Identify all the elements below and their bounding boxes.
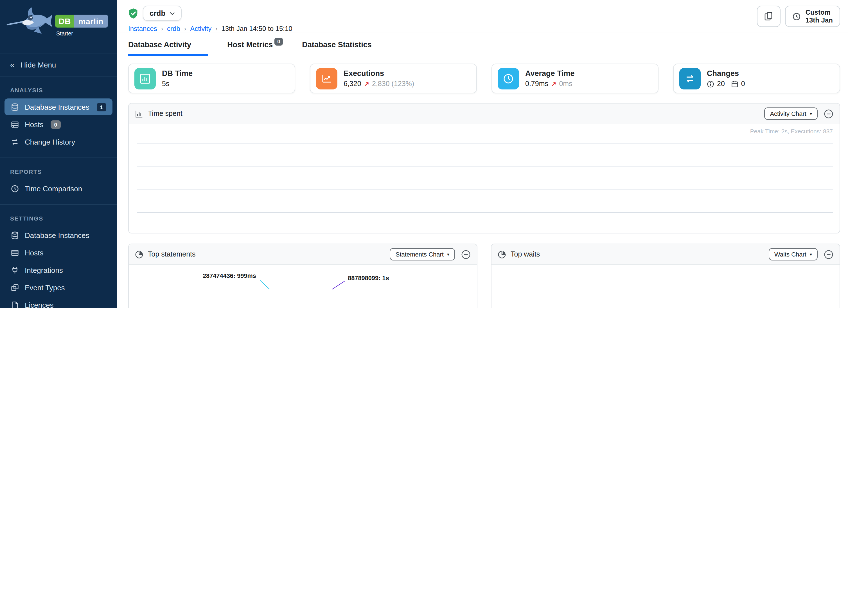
plan-tier-label: Starter: [56, 30, 108, 37]
time-spent-chart[interactable]: [134, 140, 835, 231]
sidebar-item-database-instances[interactable]: Database Instances 1: [4, 98, 113, 115]
panel-title: Top waits: [511, 250, 540, 258]
top-statements-panel: Top statements Statements Chart ▾: [128, 243, 477, 308]
top-waits-chart-area: executing: 5s: [491, 265, 839, 308]
time-spent-chart-area: Peak Time: 2s, Executions: 837: [129, 124, 839, 233]
copy-link-button[interactable]: [757, 6, 781, 27]
selector-label: Waits Chart: [774, 251, 806, 258]
caret-down-icon: ▾: [447, 252, 449, 257]
peak-note: Peak Time: 2s, Executions: 837: [750, 128, 833, 134]
instance-name: crdb: [150, 9, 165, 18]
sidebar-item-label: Integrations: [25, 266, 63, 274]
activity-chart-selector[interactable]: Activity Chart ▾: [764, 107, 818, 120]
topbar-actions: Custom 13th Jan: [757, 6, 840, 33]
panel-header: Time spent Activity Chart ▾: [129, 104, 839, 124]
tab-label: Database Statistics: [302, 40, 372, 49]
chart-icon: [135, 110, 144, 118]
slice-label-887898099: 887898099: 1s: [348, 275, 389, 282]
calendar-icon[interactable]: [731, 80, 738, 88]
leader-line: [332, 281, 345, 289]
top-waits-donut-chart: executing: 5s: [491, 265, 839, 308]
tab-host-metrics[interactable]: Host Metrics0: [227, 40, 283, 56]
breadcrumb-link-instances[interactable]: Instances: [128, 25, 157, 33]
sidebar-item-label: Hosts: [25, 120, 43, 129]
time-range-label: Custom: [805, 8, 833, 16]
pie-chart-icon: [135, 250, 144, 258]
panel-header: Top statements Statements Chart ▾: [129, 244, 477, 265]
changes-card: Changes 20 0: [673, 64, 840, 94]
marlin-logo-icon: [6, 6, 53, 42]
statements-chart-selector[interactable]: Statements Chart ▾: [390, 248, 455, 260]
panel-header: Top waits Waits Chart ▾: [491, 244, 839, 265]
pie-chart-icon: [498, 250, 506, 258]
donut-slice-887898099[interactable]: [261, 292, 342, 308]
nav-section-reports: REPORTS Time Comparison: [0, 158, 117, 205]
donut-slice-executing[interactable]: [623, 291, 705, 308]
swap-arrows-icon: [10, 137, 19, 146]
swap-arrows-icon: [679, 68, 701, 89]
health-shield-icon: [128, 7, 138, 19]
tab-database-statistics[interactable]: Database Statistics: [302, 40, 372, 56]
nav-section-title: SETTINGS: [10, 215, 107, 222]
clock-icon: [498, 68, 519, 89]
nav-section-settings: SETTINGS Database Instances Hosts Integr…: [0, 205, 117, 308]
sidebar-item-label: Licences: [25, 301, 54, 308]
sidebar-item-label: Database Instances: [25, 102, 89, 111]
breadcrumb-link-activity[interactable]: Activity: [190, 25, 211, 33]
sidebar-nav: ANALYSIS Database Instances 1 Hosts 0 Ch…: [0, 77, 117, 308]
breadcrumb-separator: ›: [161, 25, 163, 32]
sidebar-item-time-comparison[interactable]: Time Comparison: [4, 180, 113, 197]
collapse-panel-button[interactable]: [824, 249, 833, 259]
nav-section-title: REPORTS: [10, 168, 107, 175]
tab-database-activity[interactable]: Database Activity: [128, 40, 208, 56]
instance-selector[interactable]: crdb: [143, 6, 182, 21]
clock-icon: [10, 184, 19, 193]
sidebar-item-event-types[interactable]: Event Types: [4, 279, 113, 296]
waits-chart-selector[interactable]: Waits Chart ▾: [769, 248, 818, 260]
donut-slice-139638413[interactable]: [261, 292, 342, 308]
line-chart-icon: [316, 68, 337, 89]
sidebar: DB marlin Starter « Hide Menu ANALYSIS D…: [0, 0, 117, 308]
sidebar-item-hosts-settings[interactable]: Hosts: [4, 244, 113, 261]
time-range-button[interactable]: Custom 13th Jan: [785, 6, 840, 27]
average-time-card: Average Time 0.79ms ↗ 0ms: [491, 64, 658, 94]
donut-slice-1845898166[interactable]: [261, 292, 342, 308]
breadcrumb: Instances›crdb›Activity›13th Jan 14:50 t…: [128, 25, 292, 33]
card-title: Executions: [344, 69, 414, 78]
tab-label: Database Activity: [128, 40, 191, 49]
main-content: crdb Instances›crdb›Activity›13th Jan 14…: [117, 0, 848, 308]
sidebar-item-licences[interactable]: Licences: [4, 297, 113, 308]
breadcrumb-link-crdb[interactable]: crdb: [167, 25, 180, 33]
collapse-panel-button[interactable]: [824, 109, 833, 119]
breadcrumb-separator: ›: [215, 25, 217, 32]
sidebar-item-hosts[interactable]: Hosts 0: [4, 116, 113, 133]
sidebar-item-label: Hosts: [25, 248, 43, 257]
card-value: 5s: [162, 80, 169, 88]
top-waits-panel: Top waits Waits Chart ▾: [491, 243, 840, 308]
panel-title: Time spent: [148, 110, 182, 117]
breadcrumb-current: 13th Jan 14:50 to 15:10: [222, 25, 292, 33]
selector-label: Activity Chart: [770, 110, 806, 117]
sidebar-item-database-instances-settings[interactable]: Database Instances: [4, 227, 113, 243]
caret-down-icon: ▾: [810, 111, 812, 116]
info-circle-icon[interactable]: [707, 80, 714, 88]
collapse-panel-button[interactable]: [461, 249, 471, 259]
leader-line: [260, 280, 270, 289]
hide-menu-button[interactable]: « Hide Menu: [0, 53, 117, 77]
tab-count-badge: 0: [274, 38, 283, 46]
donut-slice-326238714[interactable]: [261, 292, 342, 308]
card-value: 6,320: [344, 80, 361, 88]
donut-slice-287474436[interactable]: [261, 292, 342, 308]
nav-section-analysis: ANALYSIS Database Instances 1 Hosts 0 Ch…: [0, 77, 117, 158]
sidebar-item-label: Time Comparison: [25, 184, 82, 193]
count-badge: 0: [50, 120, 61, 129]
licence-document-icon: [10, 300, 19, 308]
sidebar-item-integrations[interactable]: Integrations: [4, 261, 113, 279]
database-icon: [10, 231, 19, 240]
sidebar-item-change-history[interactable]: Change History: [4, 133, 113, 150]
panel-title: Top statements: [148, 250, 196, 258]
event-types-icon: [10, 283, 19, 292]
time-range-date: 13th Jan: [805, 16, 833, 24]
chevron-down-icon: [170, 12, 175, 15]
selector-label: Statements Chart: [396, 251, 444, 258]
